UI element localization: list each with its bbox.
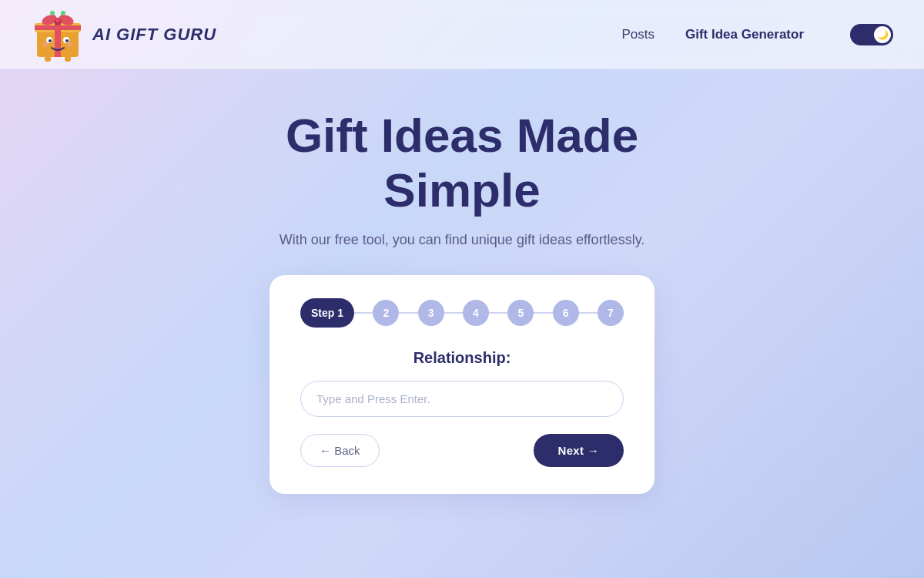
navbar: AI GIFT GURU Posts Gift Idea Generator 🌙 xyxy=(0,0,924,69)
logo-area: AI GIFT GURU xyxy=(31,8,621,62)
hero-title-line1: Gift Ideas Made xyxy=(286,109,638,162)
nav-links: Posts Gift Idea Generator xyxy=(621,27,804,42)
step-3[interactable]: 3 xyxy=(418,300,444,326)
hero-title: Gift Ideas Made Simple xyxy=(286,108,638,218)
moon-icon: 🌙 xyxy=(877,29,889,40)
button-row: ← Back Next → xyxy=(300,434,624,467)
logo-icon xyxy=(31,8,85,62)
form-label: Relationship: xyxy=(300,349,624,367)
relationship-input[interactable] xyxy=(300,381,624,417)
step-line-3 xyxy=(444,312,463,314)
svg-point-11 xyxy=(43,42,48,47)
nav-posts[interactable]: Posts xyxy=(621,27,654,42)
step-2[interactable]: 2 xyxy=(373,300,399,326)
step-line-1 xyxy=(354,312,373,314)
svg-rect-13 xyxy=(45,55,51,62)
svg-point-12 xyxy=(68,42,72,47)
hero-title-line2: Simple xyxy=(383,163,540,217)
step-1-active[interactable]: Step 1 xyxy=(300,298,354,328)
step-line-4 xyxy=(489,312,507,314)
back-button[interactable]: ← Back xyxy=(300,434,380,467)
hero-subtitle: With our free tool, you can find unique … xyxy=(280,232,645,248)
hero-section: Gift Ideas Made Simple With our free too… xyxy=(0,69,924,494)
svg-point-16 xyxy=(61,11,65,15)
nav-generator[interactable]: Gift Idea Generator xyxy=(685,27,804,42)
step-line-5 xyxy=(534,312,552,314)
step-4[interactable]: 4 xyxy=(463,300,489,326)
svg-rect-14 xyxy=(65,55,71,62)
wizard-card: Step 1 2 3 4 5 6 7 Relationship: ← Back … xyxy=(270,275,654,494)
stepper: Step 1 2 3 4 5 6 7 xyxy=(300,298,624,328)
next-button[interactable]: Next → xyxy=(534,434,624,467)
dark-mode-toggle-container: 🌙 xyxy=(850,24,893,45)
step-7[interactable]: 7 xyxy=(598,300,624,326)
dark-mode-toggle[interactable]: 🌙 xyxy=(850,24,893,45)
logo-text: AI GIFT GURU xyxy=(92,25,216,45)
svg-point-10 xyxy=(65,39,69,42)
svg-point-15 xyxy=(50,11,55,15)
step-6[interactable]: 6 xyxy=(553,300,579,326)
svg-point-9 xyxy=(49,39,52,42)
step-line-6 xyxy=(579,312,598,314)
toggle-knob: 🌙 xyxy=(874,26,891,43)
step-5[interactable]: 5 xyxy=(507,300,534,326)
step-line-2 xyxy=(399,312,417,314)
svg-rect-3 xyxy=(35,25,81,30)
